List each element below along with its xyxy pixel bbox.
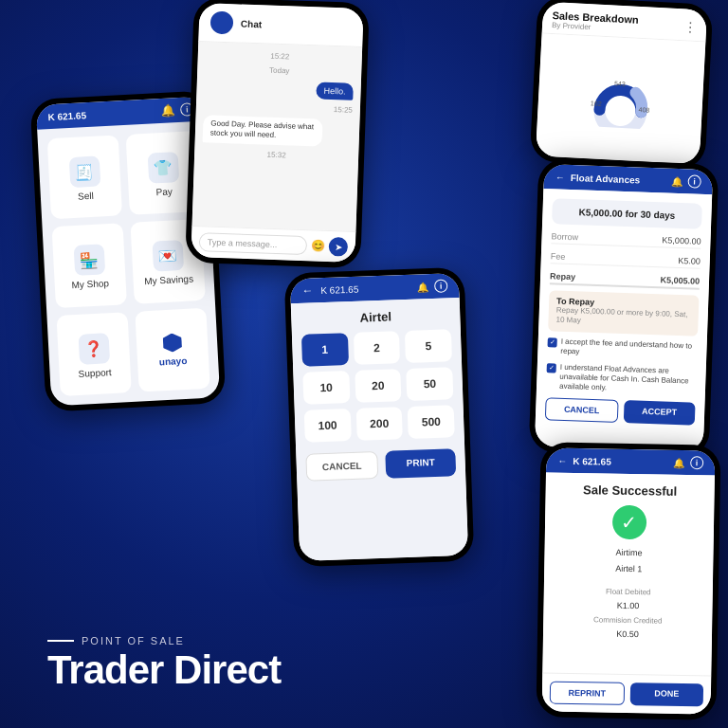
commission-label: Commision Credited (593, 615, 663, 625)
sell-menu-item[interactable]: 🧾 Sell (47, 135, 122, 219)
chat-input-field[interactable]: Type a message... (199, 232, 308, 255)
brand-dash (47, 640, 74, 642)
borrow-label: Borrow (551, 231, 578, 242)
chat-placeholder: Type a message... (208, 238, 278, 250)
phone-float: ← Float Advances 🔔 i K5,000.00 for 30 da… (529, 158, 719, 458)
chat-bubble-left: Good Day. Please advise what stock you w… (203, 115, 323, 146)
checkbox-2-box: ✓ (547, 363, 556, 373)
float-fee-row: Fee K5.00 (551, 249, 701, 269)
success-provider: Airtel 1 (615, 562, 642, 574)
repay-val: K5,005.00 (660, 275, 700, 285)
support-menu-item[interactable]: ❓ Support (56, 312, 131, 396)
float-period: K5,000.00 for 30 days (552, 198, 702, 228)
airtel-grid: 1 2 5 10 20 50 100 200 500 (301, 329, 455, 442)
airtel-title: Airtel (300, 307, 450, 327)
to-repay-sub: Repay K5,000.00 or more by 9:00, Sat, 10… (555, 306, 691, 331)
airtel-btn-10[interactable]: 10 (302, 371, 350, 405)
success-back-icon[interactable]: ← (557, 455, 567, 465)
checkbox-2[interactable]: ✓ I understand Float Advances are unavai… (546, 362, 697, 397)
airtel-btn-50[interactable]: 50 (407, 367, 454, 401)
info-icon-float: i (687, 174, 701, 188)
cancel-button[interactable]: CANCEL (305, 451, 378, 482)
float-cancel-button[interactable]: CANCEL (545, 397, 619, 423)
print-button[interactable]: PRINT (385, 448, 456, 479)
chat-avatar (210, 10, 234, 34)
sell-label: Sell (78, 191, 94, 202)
info-icon-success: i (690, 456, 703, 469)
chat-time1: 15:22 (206, 49, 355, 63)
airtel-btn-20[interactable]: 20 (355, 369, 402, 403)
mysavings-icon: 💌 (152, 240, 184, 272)
airtel-btn-5[interactable]: 5 (405, 329, 452, 363)
myshop-menu-item[interactable]: 🏪 My Shop (52, 224, 127, 308)
pay-label: Pay (155, 187, 173, 198)
chat-time3: 15:32 (202, 148, 351, 161)
float-body: K5,000.00 for 30 days Borrow K5,000.00 F… (535, 189, 712, 452)
success-actions: REPRINT DONE (542, 672, 712, 714)
myshop-label: My Shop (71, 279, 109, 291)
success-header: ← K 621.65 🔔 i (546, 447, 715, 475)
commission-val: K0.50 (616, 628, 639, 641)
chat-title: Chat (241, 18, 263, 29)
info-icon-airtel: i (434, 279, 447, 292)
mysavings-label: My Savings (144, 274, 193, 287)
unayo-menu-item[interactable]: unayo (135, 307, 209, 391)
fee-val: K5.00 (678, 256, 701, 266)
float-repay-row: Repay K5,005.00 (550, 269, 700, 290)
chat-time2: 15:25 (334, 105, 353, 115)
unayo-label: unayo (159, 355, 188, 368)
chat-bubble-right: Hello. (316, 82, 354, 100)
borrow-val: K5,000.00 (662, 235, 701, 246)
sales-body: 543 162 408 (536, 34, 706, 165)
repay-label: Repay (550, 271, 575, 282)
back-arrow-icon[interactable]: ← (301, 283, 313, 297)
success-title: Sale Successful (583, 482, 677, 499)
sales-donut-chart: 543 162 408 (581, 68, 660, 129)
branding-section: POINT OF SALE Trader Direct (47, 635, 281, 690)
airtel-btn-200[interactable]: 200 (355, 407, 403, 441)
done-button[interactable]: DONE (630, 682, 703, 706)
phone-airtel: ← K 621.65 🔔 i Airtel 1 2 5 10 20 50 100… (284, 267, 475, 567)
reprint-button[interactable]: REPRINT (550, 682, 625, 705)
pay-icon: 👕 (147, 152, 179, 184)
float-back-icon[interactable]: ← (555, 172, 565, 182)
airtel-btn-2[interactable]: 2 (354, 331, 401, 365)
float-to-repay-section: To Repay Repay K5,000.00 or more by 9:00… (548, 290, 699, 336)
support-icon: ❓ (78, 333, 110, 365)
float-borrow-row: Borrow K5,000.00 (551, 229, 701, 249)
float-debited-val: K1.00 (617, 600, 640, 612)
checkbox-1[interactable]: ✓ I accept the fee and understand how to… (547, 337, 698, 361)
bell-icon-float: 🔔 (671, 175, 682, 186)
chat-body: 15:22 Today Hello. 15:25 Good Day. Pleas… (192, 42, 363, 231)
chat-send-button[interactable]: ➤ (328, 237, 348, 257)
emoji-icon: 😊 (311, 239, 325, 253)
float-actions: CANCEL ACCEPT (545, 397, 696, 425)
checkbox-2-label: I understand Float Advances are unavaila… (559, 362, 697, 396)
airtel-body: Airtel 1 2 5 10 20 50 100 200 500 CANCEL… (291, 298, 468, 561)
checkbox-1-label: I accept the fee and understand how to r… (560, 337, 698, 361)
svg-text:543: 543 (613, 80, 625, 87)
success-body: Sale Successful ✓ Airtime Airtel 1 Float… (542, 472, 715, 675)
success-product: Airtime (615, 547, 642, 559)
svg-text:408: 408 (638, 105, 649, 113)
success-check-icon: ✓ (612, 505, 647, 540)
success-header-balance: K 621.65 (573, 455, 611, 466)
main-balance: K 621.65 (47, 110, 86, 122)
brand-name: Trader Direct (47, 650, 281, 690)
float-debited-label: Float Debited (606, 588, 651, 597)
airtel-btn-1[interactable]: 1 (301, 333, 349, 367)
myshop-icon: 🏪 (73, 245, 105, 277)
airtel-btn-100[interactable]: 100 (304, 409, 352, 443)
phone-chat: Chat 15:22 Today Hello. 15:25 Good Day. … (185, 0, 370, 268)
checkbox-1-box: ✓ (548, 337, 557, 347)
brand-tagline-line: POINT OF SALE (47, 635, 281, 646)
bell-icon-success: 🔔 (673, 457, 684, 467)
phone-sales: Sales Breakdown By Provider ⋮ 543 162 40… (530, 0, 714, 171)
sell-icon: 🧾 (68, 156, 100, 189)
airtel-btn-500[interactable]: 500 (408, 405, 455, 439)
float-accept-button[interactable]: ACCEPT (624, 400, 696, 426)
chat-input-area: Type a message... 😊 ➤ (191, 226, 355, 263)
sales-menu-icon[interactable]: ⋮ (683, 19, 698, 35)
support-label: Support (78, 367, 112, 379)
float-title: Float Advances (571, 172, 641, 185)
